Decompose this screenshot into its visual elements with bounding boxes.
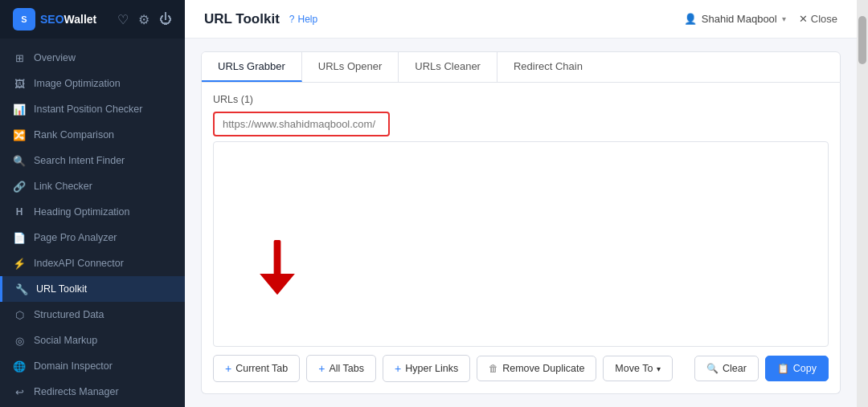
tab-urls-cleaner[interactable]: URLs Cleaner	[399, 52, 497, 82]
sidebar-item-label: Redirects Manager	[34, 386, 119, 397]
sidebar-item-overview[interactable]: ⊞ Overview	[0, 45, 185, 71]
sidebar-item-label: Heading Optimization	[34, 206, 130, 218]
tabs-row: URLs Grabber URLs Opener URLs Cleaner Re…	[201, 51, 841, 83]
close-button[interactable]: ✕ Close	[799, 13, 837, 25]
domain-icon: 🌐	[13, 360, 26, 372]
sidebar-item-structured-data[interactable]: ⬡ Structured Data	[0, 302, 185, 328]
tab-urls-opener[interactable]: URLs Opener	[302, 52, 399, 82]
urls-label: URLs (1)	[213, 94, 829, 105]
page-title: URL Toolkit	[204, 11, 280, 27]
sidebar-item-redirects-manager[interactable]: ↩ Redirects Manager	[0, 379, 185, 405]
current-tab-button[interactable]: + Current Tab	[213, 355, 300, 382]
hyper-links-button[interactable]: + Hyper Links	[383, 355, 470, 382]
urls-textarea[interactable]	[213, 141, 829, 347]
sidebar-item-social-markup[interactable]: ◎ Social Markup	[0, 328, 185, 353]
tab-urls-grabber[interactable]: URLs Grabber	[202, 52, 302, 82]
image-icon: 🖼	[13, 77, 26, 90]
chevron-down-icon: ▾	[782, 14, 786, 23]
gear-icon[interactable]: ⚙	[138, 12, 149, 27]
sidebar-item-label: Page Pro Analyzer	[34, 232, 117, 243]
heading-icon: H	[13, 206, 26, 218]
page-icon: 📄	[13, 231, 26, 244]
plus-icon-2: +	[318, 362, 325, 375]
sidebar-item-page-pro-analyzer[interactable]: 📄 Page Pro Analyzer	[0, 225, 185, 250]
sidebar-item-indexapi-connector[interactable]: ⚡ IndexAPI Connector	[0, 250, 185, 276]
tab-redirect-chain[interactable]: Redirect Chain	[497, 52, 599, 82]
textarea-container	[213, 141, 829, 347]
sidebar-item-label: Rank Comparison	[34, 129, 114, 140]
main-header: URL Toolkit ? Help 👤 Shahid Maqbool ▾ ✕ …	[185, 0, 857, 39]
sidebar-item-label: Structured Data	[34, 309, 104, 320]
sidebar-item-label: Domain Inspector	[34, 360, 113, 372]
all-tabs-button[interactable]: + All Tabs	[306, 355, 376, 382]
sidebar-item-rank-comparison[interactable]: 🔀 Rank Comparison	[0, 122, 185, 148]
app-logo: S SEOWallet	[13, 8, 96, 31]
sidebar-item-label: Social Markup	[34, 335, 97, 346]
header-right: 👤 Shahid Maqbool ▾ ✕ Close	[684, 13, 837, 25]
sidebar-item-label: Search Intent Finder	[34, 155, 125, 166]
structured-icon: ⬡	[13, 308, 26, 321]
sidebar-item-label: Image Optimization	[34, 78, 121, 89]
sidebar-nav: ⊞ Overview 🖼 Image Optimization 📊 Instan…	[0, 39, 185, 407]
clear-button[interactable]: 🔍 Clear	[694, 356, 759, 381]
connector-icon: ⚡	[13, 257, 26, 270]
sidebar-item-label: Overview	[34, 52, 76, 63]
plus-icon-3: +	[395, 362, 401, 375]
remove-duplicate-button[interactable]: 🗑 Remove Duplicate	[477, 356, 596, 381]
sidebar-item-label: IndexAPI Connector	[34, 258, 124, 269]
search-icon: 🔍	[13, 154, 26, 167]
sidebar-item-heading-optimization[interactable]: H Heading Optimization	[0, 199, 185, 225]
user-avatar-icon: 👤	[684, 13, 697, 25]
user-info[interactable]: 👤 Shahid Maqbool ▾	[684, 13, 786, 25]
trash-icon: 🗑	[489, 363, 498, 374]
help-link[interactable]: ? Help	[289, 14, 317, 25]
content-area: URLs (1) + Current Tab	[201, 83, 841, 394]
sidebar-item-instant-position-checker[interactable]: 📊 Instant Position Checker	[0, 96, 185, 122]
sidebar-item-search-intent-finder[interactable]: 🔍 Search Intent Finder	[0, 148, 185, 173]
question-icon: ?	[289, 14, 295, 25]
scrollbar[interactable]	[857, 0, 868, 407]
chart-icon: 📊	[13, 103, 26, 116]
main-content: URL Toolkit ? Help 👤 Shahid Maqbool ▾ ✕ …	[185, 0, 857, 407]
redirect-icon: ↩	[13, 385, 26, 398]
sidebar: S SEOWallet ♡ ⚙ ⏻ ⊞ Overview 🖼 Image Opt…	[0, 0, 185, 407]
plus-icon: +	[225, 362, 231, 375]
sidebar-item-label: Instant Position Checker	[34, 104, 143, 115]
scroll-thumb[interactable]	[858, 16, 866, 64]
sidebar-item-label: URL Toolkit	[36, 283, 87, 295]
url-input[interactable]	[213, 112, 390, 136]
sidebar-item-image-optimization[interactable]: 🖼 Image Optimization	[0, 71, 185, 96]
logo-icon: S	[13, 8, 35, 31]
sidebar-item-domain-inspector[interactable]: 🌐 Domain Inspector	[0, 353, 185, 379]
link-icon: 🔗	[13, 180, 26, 193]
copy-button[interactable]: 📋 Copy	[765, 356, 829, 381]
user-name: Shahid Maqbool	[702, 13, 777, 25]
logo-text: SEOWallet	[40, 13, 96, 26]
sidebar-item-url-toolkit[interactable]: 🔧 URL Toolkit	[0, 276, 185, 302]
clear-icon: 🔍	[706, 363, 719, 374]
sidebar-header-icons: ♡ ⚙ ⏻	[117, 12, 172, 27]
main-body: URLs Grabber URLs Opener URLs Cleaner Re…	[185, 39, 857, 407]
compare-icon: 🔀	[13, 128, 26, 141]
copy-icon: 📋	[777, 363, 789, 374]
chevron-down-icon-2: ▾	[657, 364, 661, 373]
sidebar-item-link-checker[interactable]: 🔗 Link Checker	[0, 173, 185, 199]
bottom-toolbar: + Current Tab + All Tabs + Hyper Links 🗑…	[213, 347, 829, 382]
move-to-button[interactable]: Move To ▾	[603, 356, 673, 381]
social-icon: ◎	[13, 334, 26, 347]
heart-icon[interactable]: ♡	[117, 12, 129, 27]
toolkit-icon: 🔧	[15, 283, 28, 295]
close-icon: ✕	[799, 13, 808, 25]
power-icon[interactable]: ⏻	[159, 12, 172, 26]
sidebar-item-label: Link Checker	[34, 181, 92, 192]
sidebar-header: S SEOWallet ♡ ⚙ ⏻	[0, 0, 185, 39]
overview-icon: ⊞	[13, 51, 26, 64]
